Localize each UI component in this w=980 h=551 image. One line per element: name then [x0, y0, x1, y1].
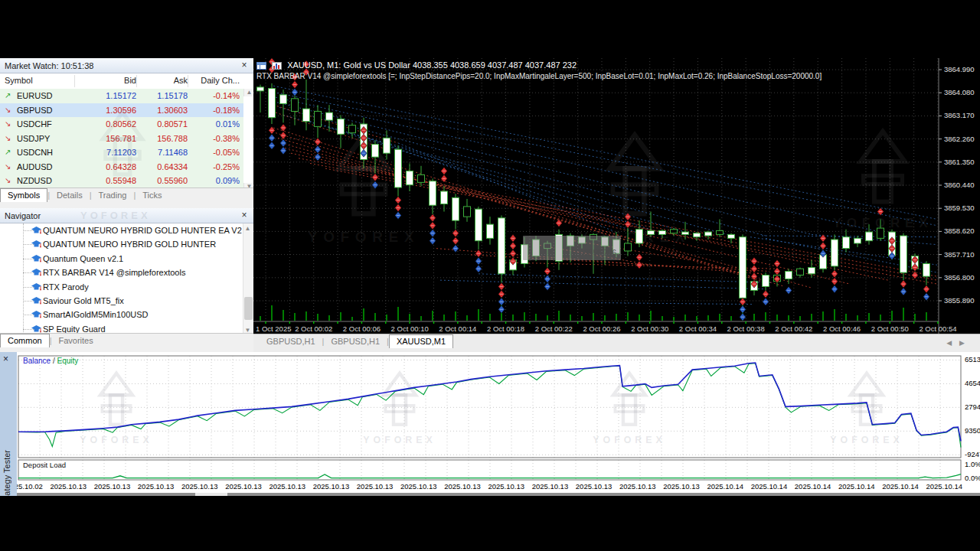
- ask-value: 1.30603: [136, 106, 188, 115]
- candle: [740, 237, 746, 298]
- tab-scroll-arrows[interactable]: ◀▶: [946, 339, 972, 347]
- market-watch-row-audusd[interactable]: ↘AUDUSD0.643280.64334-0.25%: [0, 160, 243, 174]
- market-watch-tab-symbols[interactable]: Symbols: [0, 188, 47, 202]
- market-watch-tab-trading[interactable]: Trading: [92, 189, 134, 202]
- svg-text:YOFOREX: YOFOREX: [363, 435, 436, 445]
- tick-chart-icon[interactable]: [272, 62, 282, 71]
- expert-advisor-icon: [31, 310, 42, 321]
- candle: [441, 191, 448, 204]
- market-watch-row-usdjpy[interactable]: ↘USDJPY156.781156.788-0.38%: [0, 132, 243, 146]
- column-bid[interactable]: Bid: [77, 76, 136, 85]
- bid-value: 0.80562: [77, 119, 136, 129]
- navigator-item[interactable]: Quantum Queen v2.1: [0, 252, 242, 266]
- time-axis-label: 2 Oct 00:10: [391, 324, 429, 333]
- candle: [372, 145, 379, 158]
- candle: [831, 240, 838, 266]
- deposit-load-label: Deposit Load: [23, 461, 66, 469]
- expert-advisor-name: Quantum Queen v2.1: [43, 254, 123, 263]
- navigator-tab-common[interactable]: Common: [0, 334, 50, 347]
- expert-advisor-icon: [31, 296, 42, 307]
- daily-change-value: -0.18%: [188, 106, 240, 115]
- chart-header: XAUUSD, M1: Gold vs US Dollar 4038.355 4…: [256, 60, 577, 71]
- ask-value: 0.80571: [136, 119, 188, 129]
- strategy-tester-tab-label[interactable]: Strategy Tester: [2, 450, 11, 496]
- expert-advisor-name: QUANTUM NEURO HYBRID GOLD HUNTER: [43, 240, 216, 249]
- ask-value: 7.11468: [136, 148, 188, 157]
- navigator-item[interactable]: Saviour Gold MT5_fix: [0, 294, 242, 308]
- scroll-up-icon[interactable]: ▲: [243, 89, 254, 96]
- data-window-icon[interactable]: [256, 62, 266, 71]
- column-daily-change[interactable]: Daily Ch...: [188, 76, 240, 85]
- candlestick-chart[interactable]: YOFOREXYOFOREXYOFOREX3856.7063864.990386…: [253, 58, 980, 334]
- expert-advisor-name: RTX Parody: [43, 282, 89, 292]
- chart-window[interactable]: YOFOREXYOFOREXYOFOREX3856.7063864.990386…: [253, 58, 980, 334]
- expert-advisor-name: QUANTUM NEURO HYBRID GOLD HUNTER EA V2.: [43, 226, 242, 235]
- scroll-left-icon[interactable]: ◀: [946, 339, 959, 347]
- trend-down-icon: ↘: [5, 162, 11, 171]
- market-watch-titlebar[interactable]: Market Watch: 10:51:38 ×: [0, 58, 253, 73]
- date-axis-label: 2025.10.14: [795, 482, 831, 491]
- tester-scrollbar[interactable]: [17, 493, 980, 496]
- market-watch-row-gbpusd[interactable]: ↘GBPUSD1.305961.30603-0.18%: [0, 103, 243, 118]
- candle: [498, 218, 505, 274]
- close-icon[interactable]: ×: [239, 58, 250, 73]
- strategy-tester-tabstrip[interactable]: × Strategy Tester: [0, 352, 18, 496]
- market-watch-row-eurusd[interactable]: ↗EURUSD1.151721.15178-0.14%: [0, 89, 243, 103]
- column-divider: [188, 75, 188, 87]
- candle: [407, 171, 413, 184]
- time-axis-label: 2 Oct 00:18: [487, 324, 524, 333]
- chart-tab-xauusd-m1[interactable]: XAUUSD,M1: [389, 334, 453, 348]
- column-symbol[interactable]: Symbol: [5, 76, 33, 85]
- market-watch-row-nzdusd[interactable]: ↘NZDUSD0.559480.559600.09%: [0, 174, 243, 188]
- market-watch-row-usdchf[interactable]: ↘USDCHF0.805620.805710.01%: [0, 117, 243, 132]
- candle: [694, 233, 701, 237]
- candle: [315, 111, 322, 126]
- market-watch-header[interactable]: SymbolBidAskDaily Ch...: [0, 73, 253, 90]
- candle: [464, 207, 471, 217]
- expert-advisor-icon: [31, 282, 42, 293]
- scroll-up-icon[interactable]: ▲: [243, 225, 253, 232]
- candle: [430, 181, 436, 206]
- navigator-item[interactable]: RTX Parody: [0, 280, 242, 295]
- candle: [452, 197, 459, 220]
- navigator-item[interactable]: QUANTUM NEURO HYBRID GOLD HUNTER: [0, 237, 242, 252]
- candle: [682, 232, 689, 234]
- navigator-item[interactable]: SmartAIGoldM5Min100USD: [0, 308, 242, 322]
- symbol-label: USDCNH: [17, 148, 53, 157]
- navigator-item[interactable]: QUANTUM NEURO HYBRID GOLD HUNTER EA V2.: [0, 223, 242, 238]
- scroll-right-icon[interactable]: ▶: [959, 339, 972, 347]
- price-axis-label: 3860.440: [944, 181, 975, 189]
- navigator-item[interactable]: RTX BARBAR V14 @simpleforextools: [0, 266, 242, 280]
- market-watch-tab-details[interactable]: Details: [50, 189, 90, 202]
- close-icon[interactable]: ×: [3, 354, 8, 364]
- market-watch-tab-ticks[interactable]: Ticks: [136, 189, 168, 202]
- date-axis-label: 2025.10.13: [181, 482, 218, 491]
- candle: [326, 112, 333, 120]
- balance-equity-chart[interactable]: YOFOREXYOFOREXYOFOREXYOFOREXBalance / Eq…: [17, 352, 980, 493]
- price-axis-label: 3855.890: [944, 296, 975, 305]
- mt5-terminal: Market Watch: 10:51:38 × SymbolBidAskDai…: [0, 0, 980, 551]
- candle: [303, 109, 310, 122]
- time-axis-label: 2 Oct 00:46: [823, 324, 861, 333]
- trend-down-icon: ↘: [5, 176, 11, 184]
- candle: [292, 99, 299, 112]
- close-icon[interactable]: ×: [239, 208, 250, 223]
- strategy-tester-panel: × Strategy Tester YOFOREXYOFOREXYOFOREXY…: [0, 352, 980, 496]
- chart-tab-gbpusd-h1[interactable]: GBPUSD,H1: [324, 335, 387, 348]
- scrollbar-thumb[interactable]: [244, 297, 253, 320]
- chart-tab-gbpusd-h1[interactable]: GBPUSD,H1: [260, 335, 322, 348]
- navigator-tree: QUANTUM NEURO HYBRID GOLD HUNTER EA V2.Q…: [0, 223, 253, 336]
- price-axis-label: 3861.350: [944, 158, 975, 166]
- column-ask[interactable]: Ask: [136, 76, 188, 85]
- date-axis-label: 2025.10.13: [269, 482, 305, 491]
- daily-change-value: -0.25%: [188, 162, 240, 171]
- time-axis-label: 2 Oct 00:50: [871, 324, 909, 333]
- market-watch-row-usdcnh[interactable]: ↗USDCNH7.112037.11468-0.05%: [0, 145, 243, 160]
- scrollbar-thumb[interactable]: [195, 493, 227, 496]
- candle: [843, 237, 850, 249]
- navigator-tab-favorites[interactable]: Favorites: [51, 334, 100, 347]
- symbol-label: EURUSD: [17, 91, 52, 100]
- candle: [269, 89, 276, 118]
- navigator-scrollbar[interactable]: [243, 223, 253, 333]
- price-axis-label: 3862.260: [944, 135, 975, 143]
